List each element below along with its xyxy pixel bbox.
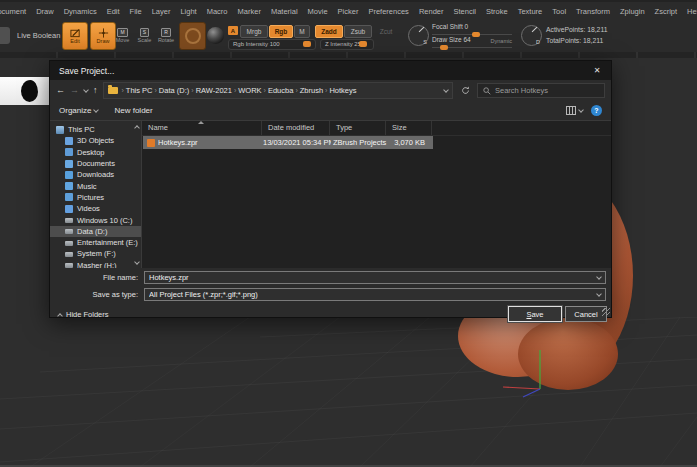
- zcut-button[interactable]: Zcut: [374, 25, 398, 38]
- edit-button[interactable]: Edit: [62, 22, 88, 50]
- sidebar-item[interactable]: Desktop: [50, 147, 141, 158]
- sidebar-item[interactable]: Documents: [50, 158, 141, 169]
- organize-button[interactable]: Organize: [59, 106, 98, 115]
- menu-item[interactable]: Transform: [571, 7, 615, 16]
- file-name-input[interactable]: [149, 273, 593, 282]
- resize-grip[interactable]: [602, 308, 610, 316]
- cancel-button[interactable]: Cancel: [565, 306, 607, 322]
- scale-button[interactable]: S Scale: [134, 23, 155, 47]
- back-button[interactable]: ←: [56, 86, 65, 95]
- breadcrumb-segment[interactable]: ›Hotkeys: [325, 86, 356, 95]
- move-button[interactable]: M Move: [112, 23, 133, 47]
- stroke-picker-icon[interactable]: S: [408, 25, 429, 46]
- close-button[interactable]: ✕: [583, 61, 611, 80]
- save-as-type-select[interactable]: All Project Files (*.zpr;*.gif;*.png): [144, 288, 606, 301]
- history-chevron-icon[interactable]: [83, 87, 89, 93]
- column-header-date-modified[interactable]: Date modified: [262, 121, 330, 135]
- menu-item[interactable]: Help: [682, 7, 697, 16]
- slider-handle[interactable]: [440, 45, 448, 50]
- column-header-size[interactable]: Size: [386, 121, 432, 135]
- z-intensity-slider[interactable]: Z Intensity 25: [320, 39, 374, 50]
- menu-item[interactable]: Zplugin: [615, 7, 650, 16]
- sidebar-item[interactable]: Music: [50, 180, 141, 191]
- color-swatch[interactable]: A: [228, 26, 238, 35]
- slider-handle[interactable]: [359, 41, 367, 47]
- dialog-nav-row: ← → ↑ ›This PC›Data (D:)›RAW-2021›WORK›E…: [50, 80, 611, 101]
- partial-button[interactable]: [0, 27, 10, 44]
- sidebar-item[interactable]: 3D Objects: [50, 135, 141, 146]
- new-folder-button[interactable]: New folder: [114, 106, 152, 115]
- up-button[interactable]: ↑: [93, 86, 98, 95]
- menu-item[interactable]: Stroke: [481, 7, 513, 16]
- menu-item[interactable]: Dynamics: [59, 7, 102, 16]
- search-box[interactable]: [477, 83, 605, 98]
- slider-handle[interactable]: [303, 41, 311, 47]
- sidebar-item[interactable]: Masher (H:): [50, 260, 141, 268]
- rotate-button[interactable]: R Rotate: [155, 23, 177, 47]
- breadcrumb-segment[interactable]: ›Zbrush: [295, 86, 323, 95]
- refresh-button[interactable]: [458, 83, 472, 98]
- menu-item[interactable]: Layer: [147, 7, 176, 16]
- points-picker-icon[interactable]: D: [521, 25, 542, 46]
- menu-item[interactable]: Picker: [333, 7, 364, 16]
- breadcrumb-segment[interactable]: ›WORK: [234, 86, 262, 95]
- sidebar-item[interactable]: Data (D:): [50, 226, 141, 237]
- column-header-type[interactable]: Type: [330, 121, 386, 135]
- live-boolean-label[interactable]: Live Boolean: [17, 31, 60, 40]
- menu-item[interactable]: Marker: [233, 7, 266, 16]
- menu-item[interactable]: Tool: [547, 7, 571, 16]
- menu-item[interactable]: Render: [414, 7, 449, 16]
- dialog-titlebar[interactable]: Save Project... ✕: [50, 61, 611, 80]
- breadcrumb[interactable]: ›This PC›Data (D:)›RAW-2021›WORK›Educba›…: [103, 82, 454, 99]
- menu-item[interactable]: Light: [175, 7, 201, 16]
- menu-item[interactable]: Macro: [202, 7, 233, 16]
- mrgb-button[interactable]: Mrgb: [240, 25, 268, 38]
- menu-item[interactable]: Texture: [513, 7, 548, 16]
- breadcrumb-segment[interactable]: ›This PC: [122, 86, 153, 95]
- sidebar-item[interactable]: Entertainment (E:): [50, 237, 141, 248]
- file-name-combo[interactable]: [144, 271, 606, 284]
- menu-item[interactable]: Document: [0, 7, 31, 16]
- menu-item[interactable]: Preferences: [363, 7, 413, 16]
- search-input[interactable]: [495, 86, 595, 95]
- breadcrumb-chevron-icon[interactable]: [443, 87, 449, 93]
- breadcrumb-segment[interactable]: ›RAW-2021: [191, 86, 232, 95]
- view-options-button[interactable]: [566, 106, 583, 115]
- brush-preview-button[interactable]: [179, 22, 206, 50]
- draw-size-slider[interactable]: Draw Size 64 Dynamic: [432, 35, 512, 48]
- rgb-button[interactable]: Rgb: [269, 25, 293, 38]
- chevron-down-icon[interactable]: [596, 291, 602, 297]
- file-row-selected[interactable]: Hotkeys.zpr 13/03/2021 05:34 PM ZBrush P…: [143, 136, 433, 149]
- menu-item[interactable]: Stencil: [448, 7, 481, 16]
- sidebar-item[interactable]: This PC: [50, 124, 141, 135]
- sidebar-item[interactable]: System (F:): [50, 248, 141, 259]
- forward-button[interactable]: →: [70, 86, 79, 95]
- sculpt-canvas[interactable]: Save Project... ✕ ← → ↑ ›This PC›Data (D…: [0, 58, 697, 467]
- menu-item[interactable]: Edit: [102, 7, 125, 16]
- material-sphere-button[interactable]: [207, 27, 224, 44]
- breadcrumb-segment[interactable]: ›Data (D:): [155, 86, 190, 95]
- chevron-down-icon[interactable]: [596, 274, 602, 280]
- menu-item[interactable]: Movie: [303, 7, 333, 16]
- size-cell: 3,070 KB: [387, 138, 429, 147]
- menu-item[interactable]: Zscript: [650, 7, 683, 16]
- focal-shift-slider[interactable]: Focal Shift 0: [432, 22, 512, 35]
- m-button[interactable]: M: [294, 25, 310, 38]
- sidebar-item[interactable]: Windows 10 (C:): [50, 214, 141, 225]
- menu-item[interactable]: File: [125, 7, 147, 16]
- menu-item[interactable]: Draw: [31, 7, 59, 16]
- save-button[interactable]: Save: [508, 306, 562, 322]
- breadcrumb-segment[interactable]: ›Educba: [264, 86, 294, 95]
- hide-folders-button[interactable]: Hide Folders: [58, 310, 109, 319]
- zsub-button[interactable]: Zsub: [344, 25, 372, 38]
- file-list[interactable]: Name Date modified Type Size Hotkeys.zpr…: [142, 121, 611, 268]
- help-button[interactable]: ?: [591, 105, 602, 116]
- zadd-button[interactable]: Zadd: [315, 25, 343, 38]
- sidebar-item[interactable]: Downloads: [50, 169, 141, 180]
- rgb-intensity-slider[interactable]: Rgb Intensity 100: [228, 39, 316, 50]
- sidebar-item[interactable]: Pictures: [50, 192, 141, 203]
- brush-alpha-preview[interactable]: [0, 77, 49, 105]
- crosshair-icon: [98, 28, 109, 38]
- sidebar-item[interactable]: Videos: [50, 203, 141, 214]
- menu-item[interactable]: Material: [266, 7, 303, 16]
